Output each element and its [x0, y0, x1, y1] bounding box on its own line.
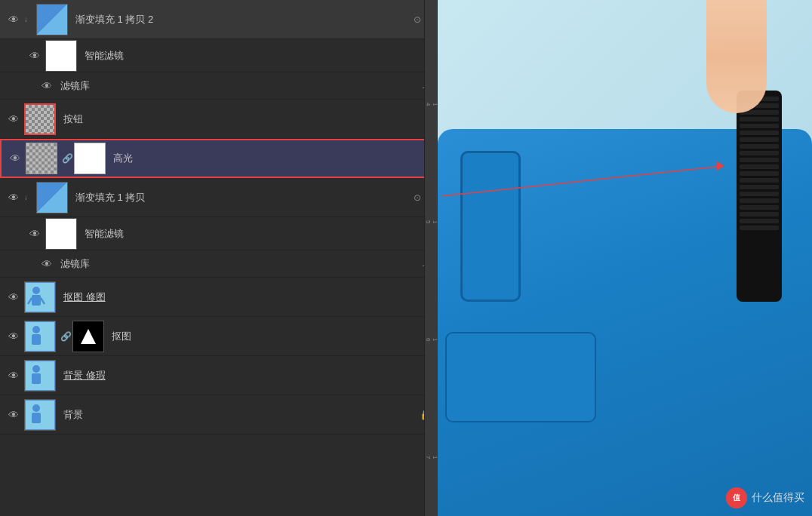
layer-row[interactable]: 👁 智能滤镜	[0, 217, 438, 250]
image-panel: 值 什么值得买	[438, 0, 812, 516]
layer-row[interactable]: 👁 滤镜库	[0, 72, 438, 100]
svg-rect-14	[32, 413, 41, 423]
layer-name: 抠图 修图	[60, 290, 435, 304]
link-icon: 🔗	[60, 321, 71, 352]
layer-row[interactable]: 👁 背景 修瑕	[0, 356, 438, 395]
watermark-icon-text: 值	[733, 493, 740, 503]
link-icon: 🔗	[62, 143, 72, 174]
visibility-icon[interactable]: 👁	[3, 291, 24, 303]
layer-row[interactable]: 👁 ↓ 渐变填充 1 拷贝 ⊙ ∧	[0, 178, 438, 217]
layer-name: 高光	[110, 152, 433, 165]
layer-thumbnail	[45, 218, 77, 250]
svg-point-10	[32, 365, 40, 373]
visibility-icon[interactable]: 👁	[3, 330, 24, 342]
layer-thumbnail	[24, 103, 56, 135]
layer-thumbnail	[24, 321, 56, 352]
ruler-number: 15	[425, 163, 438, 281]
visibility-icon[interactable]: 👁	[5, 152, 26, 164]
layer-row[interactable]: 👁 智能滤镜	[0, 39, 438, 72]
visibility-icon[interactable]: 👁	[24, 228, 45, 240]
layer-name: 背景 修瑕	[60, 369, 435, 382]
filter-icon: ⊙	[414, 192, 421, 203]
layer-name: 渐变填充 1 拷贝 2	[72, 13, 414, 26]
svg-point-1	[32, 287, 40, 294]
svg-rect-11	[32, 373, 41, 384]
ruler-number: 14	[425, 0, 438, 163]
layer-row[interactable]: 👁 ↓ 渐变填充 1 拷贝 2 ⊙ ∧	[0, 0, 438, 39]
watermark: 值 什么值得买	[726, 487, 804, 508]
ruler-side: 14 15 16 17	[424, 0, 438, 516]
svg-point-6	[32, 326, 40, 333]
layer-name: 智能滤镜	[82, 227, 435, 241]
visibility-icon[interactable]: 👁	[36, 80, 57, 92]
visibility-icon[interactable]: 👁	[36, 258, 57, 270]
layer-name: 智能滤镜	[82, 49, 435, 63]
layer-row-cutout[interactable]: 👁 🔗 抠图	[0, 317, 438, 356]
svg-marker-8	[81, 329, 96, 344]
filter-icon: ⊙	[414, 14, 421, 25]
watermark-text: 什么值得买	[752, 491, 804, 505]
visibility-icon[interactable]: 👁	[3, 192, 24, 204]
visibility-icon[interactable]: 👁	[3, 113, 24, 125]
layer-thumbnail	[24, 399, 56, 431]
layer-name: 渐变填充 1 拷贝	[72, 191, 414, 204]
layer-mask-thumbnail	[74, 143, 106, 174]
ruler-number: 16	[425, 281, 438, 398]
watermark-logo: 值	[726, 487, 747, 508]
layer-thumbnail	[45, 40, 77, 72]
visibility-icon[interactable]: 👁	[3, 370, 24, 382]
layer-thumbnail	[36, 4, 68, 35]
svg-rect-7	[32, 334, 41, 345]
layer-name: 滤镜库	[57, 79, 423, 93]
layer-name: 抠图	[109, 330, 435, 343]
layer-thumbnail-checker	[26, 143, 57, 174]
indent-arrow: ↓	[24, 193, 36, 201]
layer-row[interactable]: 👁 抠图 修图	[0, 278, 438, 317]
layer-thumbnail	[24, 360, 56, 392]
layer-name: 按钮	[60, 112, 435, 126]
layers-list: 👁 ↓ 渐变填充 1 拷贝 2 ⊙ ∧ 👁 智能滤镜 👁 滤镜库	[0, 0, 438, 435]
layer-row-background[interactable]: 👁 背景 🔒	[0, 395, 438, 435]
layer-name: 背景	[60, 408, 420, 422]
layer-thumbnail	[36, 182, 68, 213]
layer-row-highlight[interactable]: 👁 🔗 高光	[0, 139, 438, 178]
visibility-icon[interactable]: 👁	[24, 50, 45, 62]
layer-row[interactable]: 👁 滤镜库	[0, 250, 438, 278]
indent-arrow: ↓	[24, 15, 36, 23]
visibility-icon[interactable]: 👁	[3, 14, 24, 26]
ruler-number: 17	[425, 398, 438, 516]
layer-row[interactable]: 👁 按钮	[0, 100, 438, 139]
layers-panel: 👁 ↓ 渐变填充 1 拷贝 2 ⊙ ∧ 👁 智能滤镜 👁 滤镜库	[0, 0, 438, 516]
layer-mask-thumbnail	[72, 321, 104, 352]
svg-rect-2	[32, 295, 41, 306]
visibility-icon[interactable]: 👁	[3, 409, 24, 421]
layer-thumbnail	[24, 281, 56, 313]
layer-name: 滤镜库	[57, 257, 423, 271]
svg-point-13	[32, 404, 40, 412]
